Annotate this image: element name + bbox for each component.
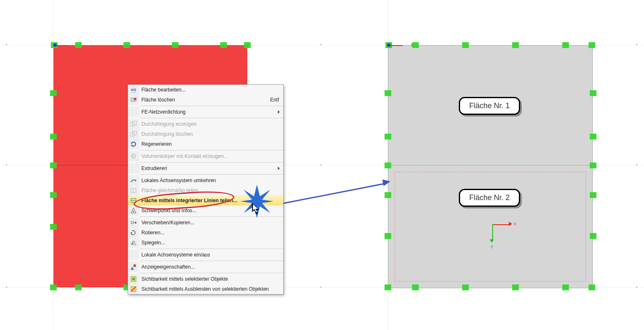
menu-intersection-create: Durchdringung erzeugen: [128, 119, 283, 129]
selection-handle[interactable]: [50, 162, 57, 168]
menu-label: Durchdringung löschen: [139, 131, 283, 137]
move-icon: [128, 218, 139, 228]
svg-marker-22: [135, 221, 137, 224]
menu-visibility-hide-selected[interactable]: Sichtbarkeit mittels Ausblenden von sele…: [128, 284, 283, 294]
menu-mirror[interactable]: Spiegeln...: [128, 238, 283, 248]
intersection-icon: [128, 119, 139, 129]
cursor-icon: [252, 203, 261, 215]
menu-label: Sichtbarkeit mittels selektierter Objekt…: [139, 276, 283, 282]
menu-fe-mesh[interactable]: FE-Netzverdichtung: [128, 107, 283, 117]
selection-handle[interactable]: [50, 224, 57, 230]
split-icon: [128, 185, 139, 195]
selection-handle[interactable]: [462, 284, 469, 290]
selection-handle[interactable]: [512, 284, 519, 290]
menu-reverse-axis[interactable]: Lokales Achsensystem umkehren: [128, 175, 283, 185]
solid-icon: [128, 151, 139, 161]
submenu-arrow-icon: [278, 167, 280, 170]
svg-marker-13: [135, 179, 136, 182]
menu-edit-surface[interactable]: Fläche bearbeiten...: [128, 85, 283, 95]
menu-label: Rotieren...: [139, 230, 283, 236]
menu-label: Lokales Achsensystem umkehren: [139, 178, 283, 183]
selection-handle[interactable]: [412, 284, 419, 290]
selection-handle[interactable]: [590, 233, 596, 239]
svg-marker-25: [134, 241, 136, 245]
selection-handle[interactable]: [123, 42, 130, 48]
selection-handle[interactable]: [462, 42, 469, 48]
callout-text: Fläche Nr. 2: [469, 193, 510, 202]
selection-handle[interactable]: [220, 42, 227, 48]
selection-handle[interactable]: [75, 42, 82, 48]
svg-rect-1: [132, 87, 135, 89]
menu-display-props[interactable]: Anzeigeeigenschaften...: [128, 262, 283, 272]
menu-extrude[interactable]: Extrudieren: [128, 163, 283, 173]
menu-label: Lokale Achsensysteme ein/aus: [139, 252, 283, 258]
svg-rect-29: [132, 278, 135, 280]
intersection-delete-icon: [128, 129, 139, 139]
selection-handle[interactable]: [589, 42, 595, 48]
selection-handle[interactable]: [562, 42, 569, 48]
menu-visibility-selected[interactable]: Sichtbarkeit mittels selektierter Objekt…: [128, 274, 283, 284]
menu-label: Fläche löschen: [139, 97, 270, 103]
selection-handle[interactable]: [50, 192, 57, 198]
selection-handle[interactable]: [385, 192, 391, 198]
callout-surface-1: Fläche Nr. 1: [459, 97, 520, 115]
menu-delete-surface[interactable]: Fläche löschen Entf: [128, 95, 283, 105]
menu-label: Verschieben/Kopieren...: [139, 220, 283, 226]
svg-marker-24: [131, 241, 133, 245]
rotate-icon: [128, 228, 139, 238]
selection-handle[interactable]: [590, 162, 596, 168]
selection-handle[interactable]: [244, 42, 251, 48]
blank-icon: [128, 163, 139, 173]
menu-label: FE-Netzverdichtung: [139, 109, 283, 115]
svg-marker-18: [131, 208, 136, 213]
menu-shortcut: Entf: [270, 97, 283, 103]
axis-y-label: y: [491, 244, 493, 249]
menu-move-copy[interactable]: Verschieben/Kopieren...: [128, 218, 283, 228]
menu-label: Volumenkörper mit Kontakt erzeugen...: [139, 153, 283, 159]
selection-handle[interactable]: [50, 90, 57, 96]
svg-marker-23: [131, 232, 132, 234]
svg-rect-2: [132, 91, 135, 92]
selection-handle[interactable]: [50, 284, 57, 290]
menu-local-axes-toggle[interactable]: Lokale Achsensysteme ein/aus: [128, 250, 283, 260]
selection-handle[interactable]: [385, 134, 391, 140]
svg-point-20: [131, 221, 133, 224]
selection-handle[interactable]: [589, 284, 595, 290]
display-props-icon: [128, 262, 139, 272]
selection-handle[interactable]: [590, 90, 596, 96]
selection-handle[interactable]: [50, 134, 57, 140]
menu-rotate[interactable]: Rotieren...: [128, 228, 283, 238]
menu-solid-contact: Volumenkörper mit Kontakt erzeugen...: [128, 151, 283, 161]
menu-label: Extrudieren: [139, 165, 283, 171]
selection-handle[interactable]: [385, 233, 391, 239]
svg-rect-26: [133, 264, 136, 267]
axis-x-label: x: [514, 221, 516, 226]
selection-handle[interactable]: [385, 162, 391, 168]
selection-handle[interactable]: [590, 134, 596, 140]
selection-handle[interactable]: [590, 192, 596, 198]
delete-surface-icon: [128, 95, 139, 105]
printer-icon: [128, 85, 139, 95]
menu-label: Sichtbarkeit mittels Ausblenden von sele…: [139, 286, 283, 292]
axis-x-label: x: [411, 42, 413, 47]
callout-text: Fläche Nr. 1: [469, 102, 510, 110]
menu-intersection-delete: Durchdringung löschen: [128, 129, 283, 139]
axis-reverse-icon: [128, 175, 139, 185]
refresh-icon: [128, 139, 139, 149]
selection-handle[interactable]: [562, 284, 569, 290]
visibility-icon: [128, 274, 139, 284]
selection-handle[interactable]: [385, 90, 391, 96]
menu-label: Regenerieren: [139, 141, 283, 147]
selection-handle[interactable]: [512, 42, 519, 48]
viewport[interactable]: Fläche Nr. 1 Fläche Nr. 2 x y x Fläche b…: [0, 0, 644, 330]
selection-handle[interactable]: [385, 284, 391, 290]
menu-regenerate[interactable]: Regenerieren: [128, 139, 283, 149]
menu-label: Spiegeln...: [139, 240, 283, 246]
blank-icon: [128, 107, 139, 117]
selection-handle[interactable]: [75, 284, 82, 290]
selection-handle[interactable]: [412, 42, 419, 48]
svg-marker-27: [131, 267, 134, 270]
menu-label: Anzeigeeigenschaften...: [139, 264, 283, 270]
visibility-hide-icon: [128, 284, 139, 294]
selection-handle[interactable]: [172, 42, 179, 48]
